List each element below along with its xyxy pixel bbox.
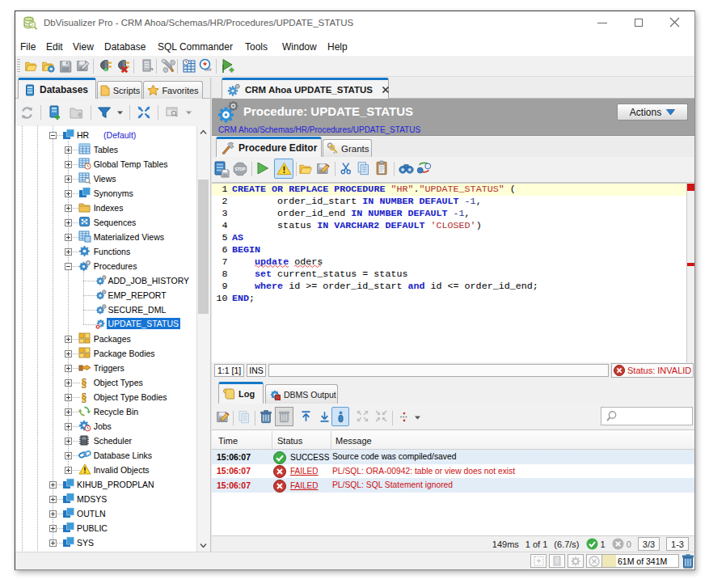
svg-text:§: § (82, 377, 87, 389)
svg-text:§: § (82, 391, 87, 404)
svg-text:STOP: STOP (234, 167, 246, 171)
